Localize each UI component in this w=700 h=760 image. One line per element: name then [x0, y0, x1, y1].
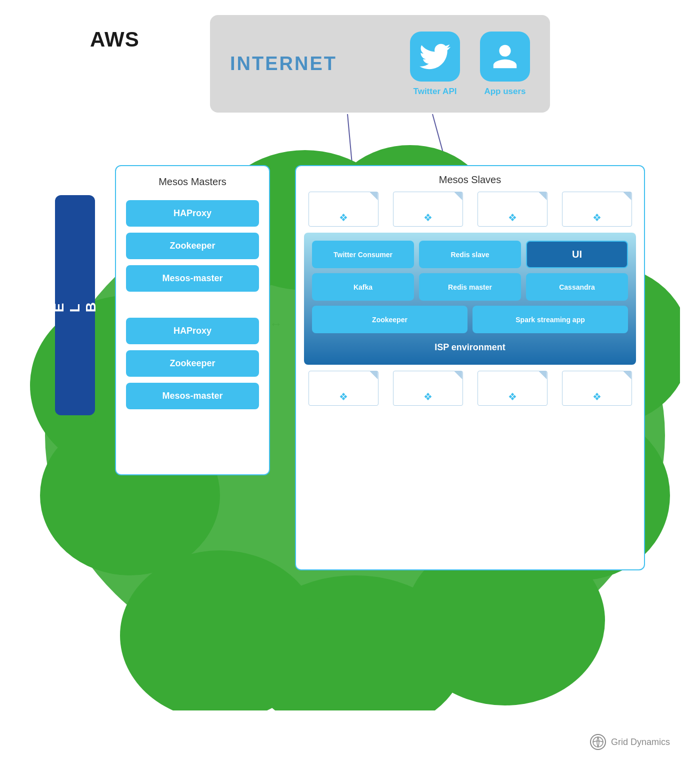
- grid-dynamics-logo: [590, 734, 606, 750]
- mesos-master-btn-2: Mesos-master: [126, 383, 259, 409]
- elb-box: ELB: [55, 195, 95, 415]
- isp-label: ISP environment: [312, 338, 628, 357]
- haproxy-btn-1: HAProxy: [126, 200, 259, 227]
- kafka-node: Kafka: [312, 273, 414, 301]
- slave-card-2: ❖: [393, 192, 463, 227]
- slave-cards-top-row: ❖ ❖ ❖ ❖: [304, 192, 636, 227]
- aws-label: AWS: [90, 28, 140, 52]
- zookeeper-btn-2: Zookeeper: [126, 350, 259, 377]
- ui-node: UI: [526, 241, 628, 268]
- app-users-item: App users: [480, 32, 530, 97]
- internet-label: INTERNET: [230, 53, 395, 75]
- slave-card-3: ❖: [478, 192, 548, 227]
- slave-card-bottom-4: ❖: [562, 371, 632, 406]
- twitter-icon-box: [410, 32, 460, 82]
- slave-card-bottom-1: ❖: [308, 371, 378, 406]
- elb-label: ELB: [51, 298, 99, 312]
- mesos-masters-title: Mesos Masters: [126, 176, 259, 188]
- diagram-container: INTERNET Twitter API App users: [0, 0, 700, 760]
- services-row-1: Twitter Consumer Redis slave UI: [312, 241, 628, 268]
- redis-slave-node: Redis slave: [419, 241, 521, 268]
- spark-streaming-node: Spark streaming app: [472, 306, 628, 333]
- zookeeper-slave-node: Zookeeper: [312, 306, 468, 333]
- slave-card-bottom-2: ❖: [393, 371, 463, 406]
- slave-cards-bottom-row: ❖ ❖ ❖ ❖: [304, 371, 636, 406]
- slave-card-4: ❖: [562, 192, 632, 227]
- zookeeper-btn-1: Zookeeper: [126, 233, 259, 259]
- services-row-2: Kafka Redis master Cassandra: [312, 273, 628, 301]
- app-users-label: App users: [484, 87, 526, 97]
- redis-master-node: Redis master: [419, 273, 521, 301]
- slave-card-1: ❖: [308, 192, 378, 227]
- mesos-slaves-box: Mesos Slaves ❖ ❖ ❖ ❖ Twitter Consumer Re…: [295, 165, 645, 570]
- twitter-api-label: Twitter API: [414, 87, 457, 97]
- mesos-slaves-title: Mesos Slaves: [304, 174, 636, 186]
- grid-dynamics-footer: Grid Dynamics: [590, 734, 670, 750]
- twitter-consumer-node: Twitter Consumer: [312, 241, 414, 268]
- slave-card-bottom-3: ❖: [478, 371, 548, 406]
- app-users-icon-box: [480, 32, 530, 82]
- twitter-api-item: Twitter API: [410, 32, 460, 97]
- svg-point-23: [593, 737, 603, 747]
- cassandra-node: Cassandra: [526, 273, 628, 301]
- internet-box: INTERNET Twitter API App users: [210, 15, 550, 113]
- internet-icons: Twitter API App users: [410, 32, 530, 97]
- haproxy-btn-2: HAProxy: [126, 318, 259, 344]
- mesos-masters-box: Mesos Masters HAProxy Zookeeper Mesos-ma…: [115, 165, 270, 475]
- services-row-3: Zookeeper Spark streaming app: [312, 306, 628, 333]
- mesos-master-btn-1: Mesos-master: [126, 265, 259, 292]
- slaves-inner-area: Twitter Consumer Redis slave UI Kafka Re…: [304, 233, 636, 365]
- grid-dynamics-label: Grid Dynamics: [611, 737, 670, 747]
